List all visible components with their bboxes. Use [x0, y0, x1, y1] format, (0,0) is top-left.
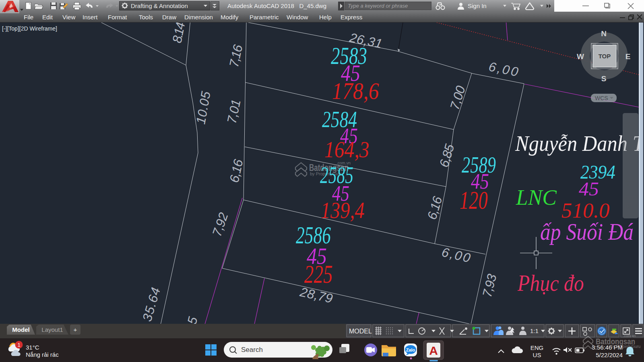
svg-text:8.14: 8.14	[169, 23, 188, 44]
svg-text:TOP: TOP	[599, 53, 611, 60]
svg-text:7,93: 7,93	[480, 272, 500, 298]
svg-text:LNC: LNC	[516, 185, 557, 210]
svg-text:Search: Search	[241, 346, 263, 354]
svg-text:[-][Top][2D Wireframe]: [-][Top][2D Wireframe]	[2, 25, 57, 32]
svg-text:7,01: 7,01	[224, 98, 244, 125]
svg-text:1:1: 1:1	[530, 327, 539, 334]
svg-text:by PropertyGuru: by PropertyGuru	[611, 344, 640, 349]
svg-text:45: 45	[579, 178, 599, 200]
svg-text:E: E	[625, 52, 631, 61]
svg-text:N: N	[601, 29, 607, 38]
svg-text:35.64: 35.64	[140, 286, 163, 323]
svg-text:6,00: 6,00	[487, 59, 520, 79]
svg-text:6,16: 6,16	[227, 158, 246, 184]
svg-text:178,6: 178,6	[332, 78, 379, 104]
svg-text:7,00: 7,00	[447, 84, 468, 111]
svg-text:7,16: 7,16	[227, 43, 246, 68]
svg-text:ấp Suối Đá: ấp Suối Đá	[540, 218, 634, 245]
svg-text:Phục đo: Phục đo	[517, 270, 584, 296]
svg-text:ENG: ENG	[530, 344, 544, 351]
svg-text:225: 225	[304, 260, 333, 288]
svg-text:139,4: 139,4	[321, 197, 365, 223]
svg-text:1: 1	[17, 342, 20, 348]
svg-text:A: A	[429, 344, 438, 357]
svg-text:6,00: 6,00	[440, 245, 472, 265]
svg-text:6,16: 6,16	[425, 195, 445, 221]
svg-text:10.05: 10.05	[193, 90, 213, 125]
svg-text:.com.vn: .com.vn	[623, 334, 636, 338]
svg-text:5: 5	[184, 315, 200, 324]
svg-text:31°C: 31°C	[26, 344, 39, 351]
svg-text:WCS: WCS	[595, 95, 608, 101]
svg-text:US: US	[533, 352, 541, 358]
svg-text:Nắng rải rác: Nắng rải rác	[26, 351, 59, 358]
svg-text:5/22/2024: 5/22/2024	[596, 352, 623, 358]
svg-text:164,3: 164,3	[324, 136, 369, 162]
svg-text:Zalo: Zalo	[406, 348, 415, 352]
svg-text:MODEL: MODEL	[349, 328, 372, 335]
svg-text:W: W	[577, 52, 584, 61]
svg-text:120: 120	[460, 186, 488, 214]
svg-text:6,85: 6,85	[437, 142, 457, 169]
svg-text:7,92: 7,92	[209, 211, 231, 239]
svg-text:S: S	[601, 74, 607, 83]
